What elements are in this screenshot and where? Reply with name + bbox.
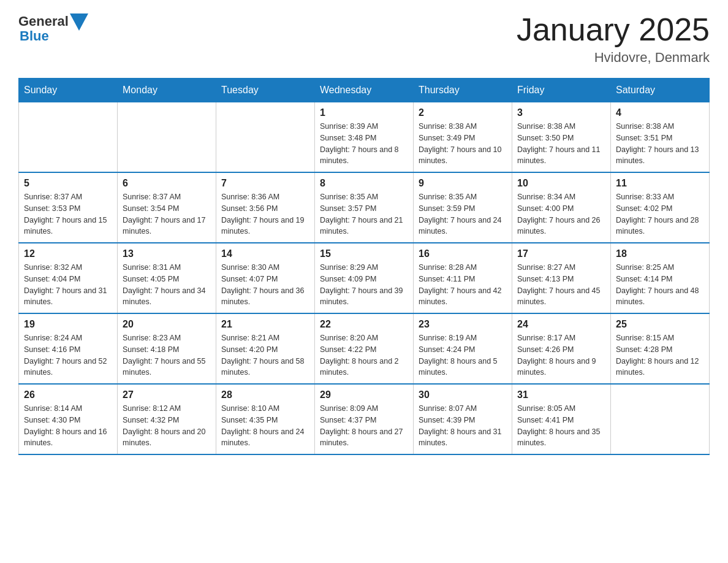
calendar-title: January 2025 <box>517 12 710 47</box>
day-number: 26 <box>24 389 112 400</box>
day-info: Sunrise: 8:32 AM Sunset: 4:04 PM Dayligh… <box>24 262 112 308</box>
day-info: Sunrise: 8:21 AM Sunset: 4:20 PM Dayligh… <box>221 332 309 378</box>
day-number: 5 <box>24 178 112 189</box>
day-info: Sunrise: 8:37 AM Sunset: 3:53 PM Dayligh… <box>24 191 112 237</box>
day-cell: 25Sunrise: 8:15 AM Sunset: 4:28 PM Dayli… <box>611 313 710 384</box>
day-info: Sunrise: 8:36 AM Sunset: 3:56 PM Dayligh… <box>221 191 309 237</box>
day-cell: 2Sunrise: 8:38 AM Sunset: 3:49 PM Daylig… <box>414 102 512 173</box>
header-day-friday: Friday <box>512 79 611 102</box>
calendar-subtitle: Hvidovre, Denmark <box>517 50 710 66</box>
day-cell: 9Sunrise: 8:35 AM Sunset: 3:59 PM Daylig… <box>414 172 512 243</box>
day-number: 7 <box>221 178 309 189</box>
day-number: 24 <box>517 319 605 330</box>
day-cell <box>118 102 216 173</box>
day-cell: 11Sunrise: 8:33 AM Sunset: 4:02 PM Dayli… <box>611 172 710 243</box>
day-number: 17 <box>517 248 605 259</box>
header-day-sunday: Sunday <box>19 79 118 102</box>
week-row-4: 19Sunrise: 8:24 AM Sunset: 4:16 PM Dayli… <box>19 313 710 384</box>
day-cell: 28Sunrise: 8:10 AM Sunset: 4:35 PM Dayli… <box>216 384 315 454</box>
week-row-5: 26Sunrise: 8:14 AM Sunset: 4:30 PM Dayli… <box>19 384 710 454</box>
day-info: Sunrise: 8:24 AM Sunset: 4:16 PM Dayligh… <box>24 332 112 378</box>
day-number: 11 <box>616 178 704 189</box>
day-number: 14 <box>221 248 309 259</box>
day-cell: 17Sunrise: 8:27 AM Sunset: 4:13 PM Dayli… <box>512 243 611 313</box>
day-cell: 3Sunrise: 8:38 AM Sunset: 3:50 PM Daylig… <box>512 102 611 173</box>
day-number: 3 <box>517 107 605 118</box>
day-cell: 12Sunrise: 8:32 AM Sunset: 4:04 PM Dayli… <box>19 243 118 313</box>
day-cell <box>611 384 710 454</box>
day-number: 1 <box>320 107 408 118</box>
day-number: 28 <box>221 389 309 400</box>
day-info: Sunrise: 8:10 AM Sunset: 4:35 PM Dayligh… <box>221 403 309 449</box>
logo-text-blue: Blue <box>20 28 49 44</box>
week-row-2: 5Sunrise: 8:37 AM Sunset: 3:53 PM Daylig… <box>19 172 710 243</box>
day-info: Sunrise: 8:28 AM Sunset: 4:11 PM Dayligh… <box>419 262 507 308</box>
logo-arrow-icon <box>70 13 88 31</box>
day-number: 19 <box>24 319 112 330</box>
day-cell: 13Sunrise: 8:31 AM Sunset: 4:05 PM Dayli… <box>118 243 216 313</box>
header-day-tuesday: Tuesday <box>216 79 315 102</box>
svg-marker-0 <box>70 13 88 31</box>
calendar-header: SundayMondayTuesdayWednesdayThursdayFrid… <box>19 79 710 102</box>
day-info: Sunrise: 8:38 AM Sunset: 3:49 PM Dayligh… <box>419 121 507 167</box>
day-cell: 26Sunrise: 8:14 AM Sunset: 4:30 PM Dayli… <box>19 384 118 454</box>
day-cell <box>19 102 118 173</box>
calendar-body: 1Sunrise: 8:39 AM Sunset: 3:48 PM Daylig… <box>19 102 710 455</box>
day-number: 4 <box>616 107 704 118</box>
day-number: 13 <box>123 248 211 259</box>
header-day-thursday: Thursday <box>414 79 512 102</box>
day-number: 22 <box>320 319 408 330</box>
day-cell: 7Sunrise: 8:36 AM Sunset: 3:56 PM Daylig… <box>216 172 315 243</box>
day-info: Sunrise: 8:39 AM Sunset: 3:48 PM Dayligh… <box>320 121 408 167</box>
header-day-monday: Monday <box>118 79 216 102</box>
day-cell: 27Sunrise: 8:12 AM Sunset: 4:32 PM Dayli… <box>118 384 216 454</box>
day-info: Sunrise: 8:15 AM Sunset: 4:28 PM Dayligh… <box>616 332 704 378</box>
day-info: Sunrise: 8:20 AM Sunset: 4:22 PM Dayligh… <box>320 332 408 378</box>
day-info: Sunrise: 8:30 AM Sunset: 4:07 PM Dayligh… <box>221 262 309 308</box>
title-area: January 2025 Hvidovre, Denmark <box>517 12 710 66</box>
day-info: Sunrise: 8:35 AM Sunset: 3:57 PM Dayligh… <box>320 191 408 237</box>
week-row-3: 12Sunrise: 8:32 AM Sunset: 4:04 PM Dayli… <box>19 243 710 313</box>
header-day-wednesday: Wednesday <box>315 79 414 102</box>
day-info: Sunrise: 8:29 AM Sunset: 4:09 PM Dayligh… <box>320 262 408 308</box>
day-cell: 19Sunrise: 8:24 AM Sunset: 4:16 PM Dayli… <box>19 313 118 384</box>
day-cell: 30Sunrise: 8:07 AM Sunset: 4:39 PM Dayli… <box>414 384 512 454</box>
day-info: Sunrise: 8:34 AM Sunset: 4:00 PM Dayligh… <box>517 191 605 237</box>
day-cell: 23Sunrise: 8:19 AM Sunset: 4:24 PM Dayli… <box>414 313 512 384</box>
day-cell: 31Sunrise: 8:05 AM Sunset: 4:41 PM Dayli… <box>512 384 611 454</box>
day-info: Sunrise: 8:38 AM Sunset: 3:51 PM Dayligh… <box>616 121 704 167</box>
day-cell: 8Sunrise: 8:35 AM Sunset: 3:57 PM Daylig… <box>315 172 414 243</box>
day-info: Sunrise: 8:07 AM Sunset: 4:39 PM Dayligh… <box>419 403 507 449</box>
day-info: Sunrise: 8:27 AM Sunset: 4:13 PM Dayligh… <box>517 262 605 308</box>
header: General Blue January 2025 Hvidovre, Denm… <box>18 12 710 66</box>
day-number: 20 <box>123 319 211 330</box>
day-cell: 29Sunrise: 8:09 AM Sunset: 4:37 PM Dayli… <box>315 384 414 454</box>
day-info: Sunrise: 8:12 AM Sunset: 4:32 PM Dayligh… <box>123 403 211 449</box>
header-day-saturday: Saturday <box>611 79 710 102</box>
day-cell: 22Sunrise: 8:20 AM Sunset: 4:22 PM Dayli… <box>315 313 414 384</box>
day-cell: 16Sunrise: 8:28 AM Sunset: 4:11 PM Dayli… <box>414 243 512 313</box>
day-number: 10 <box>517 178 605 189</box>
day-cell: 15Sunrise: 8:29 AM Sunset: 4:09 PM Dayli… <box>315 243 414 313</box>
day-cell: 14Sunrise: 8:30 AM Sunset: 4:07 PM Dayli… <box>216 243 315 313</box>
logo: General Blue <box>18 12 88 44</box>
day-number: 25 <box>616 319 704 330</box>
day-info: Sunrise: 8:25 AM Sunset: 4:14 PM Dayligh… <box>616 262 704 308</box>
day-number: 23 <box>419 319 507 330</box>
day-number: 29 <box>320 389 408 400</box>
calendar-table: SundayMondayTuesdayWednesdayThursdayFrid… <box>18 78 710 455</box>
day-number: 30 <box>419 389 507 400</box>
day-info: Sunrise: 8:14 AM Sunset: 4:30 PM Dayligh… <box>24 403 112 449</box>
day-info: Sunrise: 8:05 AM Sunset: 4:41 PM Dayligh… <box>517 403 605 449</box>
day-number: 2 <box>419 107 507 118</box>
day-number: 21 <box>221 319 309 330</box>
day-number: 16 <box>419 248 507 259</box>
day-info: Sunrise: 8:17 AM Sunset: 4:26 PM Dayligh… <box>517 332 605 378</box>
day-cell: 18Sunrise: 8:25 AM Sunset: 4:14 PM Dayli… <box>611 243 710 313</box>
header-row: SundayMondayTuesdayWednesdayThursdayFrid… <box>19 79 710 102</box>
day-cell: 5Sunrise: 8:37 AM Sunset: 3:53 PM Daylig… <box>19 172 118 243</box>
day-number: 18 <box>616 248 704 259</box>
day-info: Sunrise: 8:19 AM Sunset: 4:24 PM Dayligh… <box>419 332 507 378</box>
day-cell: 1Sunrise: 8:39 AM Sunset: 3:48 PM Daylig… <box>315 102 414 173</box>
day-cell: 20Sunrise: 8:23 AM Sunset: 4:18 PM Dayli… <box>118 313 216 384</box>
